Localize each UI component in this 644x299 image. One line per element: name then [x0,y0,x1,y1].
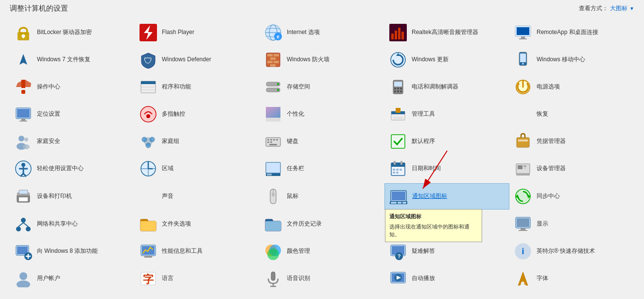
svg-rect-136 [398,202,401,204]
item-internet-options[interactable]: e Internet 选项 [260,20,384,45]
sync-center-label: 同步中心 [537,193,560,200]
bitlocker-label: BitLocker 驱动器加密 [37,29,92,36]
item-win8-add[interactable]: 向 Windows 8 添加功能 [10,239,135,264]
item-personalize[interactable]: 个性化 [260,102,384,127]
win-defender-icon: 🛡 [139,50,158,70]
item-sound[interactable]: 声音 [135,183,260,210]
svg-rect-121 [523,168,526,169]
item-family-safety[interactable]: 家庭安全 [10,129,135,154]
item-datetime[interactable]: 日期和时间 [384,156,509,181]
item-folder-options[interactable]: 文件夹选项 [135,211,260,237]
realtek-icon [388,23,408,42]
family-safety-icon [14,132,33,151]
user-accounts-label: 用户帐户 [37,275,60,282]
svg-rect-175 [271,272,275,281]
item-language[interactable]: 字 语言 [135,266,260,291]
item-win-firewall[interactable]: Windows 防火墙 [260,47,384,72]
item-phone-modem[interactable]: 电话和调制解调器 [384,74,509,100]
item-bitlocker[interactable]: BitLocker 驱动器加密 [10,20,135,45]
svg-point-48 [277,83,279,85]
taskbar-label: 任务栏 [287,165,304,173]
item-sync-center[interactable]: 同步中心 [509,183,634,210]
item-intel-storage[interactable]: i 英特尔® 快速存储技术 [509,239,634,264]
item-manage-tools[interactable]: 管理工具 [384,102,509,127]
svg-rect-116 [393,172,395,174]
item-file-history[interactable]: 文件历史记录 [260,211,384,237]
svg-rect-124 [19,197,28,201]
item-power[interactable]: 电源选项 [509,74,634,100]
item-location[interactable]: 定位设置 [10,102,135,127]
view-value[interactable]: 大图标 [610,4,627,13]
svg-rect-57 [400,90,402,92]
item-network-sharing[interactable]: 网络和共享中心 [10,211,135,237]
svg-rect-87 [273,139,275,141]
sync-center-icon [513,187,533,206]
file-history-label: 文件历史记录 [287,220,322,228]
family-safety-label: 家庭安全 [37,138,60,145]
svg-text:字: 字 [143,273,154,285]
location-label: 定位设置 [37,110,60,118]
item-devices-printers[interactable]: 设备和打印机 [10,183,135,210]
item-notification-icons[interactable]: 通知区域图标通知区域图标选择出现在通知区域中的图标和通知。 [384,183,509,210]
item-color-mgmt[interactable]: 颜色管理 [260,239,384,264]
item-troubleshoot[interactable]: ? 疑难解答 [384,239,509,264]
intel-storage-icon: i [513,242,533,261]
action-center-icon [14,77,33,97]
win-update-label: Windows 更新 [412,56,449,64]
svg-rect-153 [519,230,527,231]
svg-rect-85 [267,139,269,141]
item-speech[interactable]: 语音识别 [260,266,384,291]
svg-rect-93 [517,138,529,147]
tooltip-notification-icons: 通知区域图标选择出现在通知区域中的图标和通知。 [385,209,482,242]
item-device-manager[interactable]: 设备管理器 [509,156,634,181]
svg-rect-114 [396,169,399,171]
item-taskbar[interactable]: 任务栏 [260,156,384,181]
win-defender-label: Windows Defender [162,56,211,64]
win-firewall-label: Windows 防火墙 [287,56,330,64]
item-storage[interactable]: 存储空间 [260,74,384,100]
item-display-right[interactable]: 显示 [509,211,634,237]
item-autoplay[interactable]: 自动播放 [384,266,509,291]
item-win7-recovery[interactable]: Windows 7 文件恢复 [10,47,135,72]
item-keyboard[interactable]: 键盘 [260,129,384,154]
item-restore[interactable]: 恢复 [509,102,634,127]
item-homegroup[interactable]: 家庭组 [135,129,260,154]
item-multitouch[interactable]: 多指触控 [135,102,260,127]
mouse-label: 鼠标 [287,193,298,200]
region-icon [139,159,158,178]
svg-rect-119 [518,165,522,169]
svg-rect-61 [21,119,25,121]
item-fonts[interactable]: A 字体 [509,266,634,291]
item-mouse[interactable]: 鼠标 [260,183,384,210]
item-programs[interactable]: 程序和功能 [135,74,260,100]
item-user-accounts[interactable]: 用户帐户 [10,266,135,291]
win-mobile-icon [513,50,533,70]
item-win-update[interactable]: Windows 更新 [384,47,509,72]
item-default-apps[interactable]: 默认程序 [384,129,509,154]
item-flash-player[interactable]: Flash Player [135,20,260,45]
default-apps-label: 默认程序 [412,138,435,145]
svg-rect-108 [267,174,272,176]
color-mgmt-label: 颜色管理 [287,247,310,255]
troubleshoot-icon: ? [388,242,408,261]
datetime-icon [388,159,408,178]
svg-rect-88 [276,139,278,141]
flash-player-icon [139,23,158,42]
item-perf-info[interactable]: 性能信息和工具 [135,239,260,264]
svg-rect-60 [17,109,30,118]
item-region[interactable]: 区域 [135,156,260,181]
item-remoteapp[interactable]: RemoteApp 和桌面连接 [509,20,634,45]
item-ease-access[interactable]: 轻松使用设置中心 [10,156,135,181]
svg-rect-43 [141,81,156,84]
item-win-mobile[interactable]: Windows 移动中心 [509,47,634,72]
item-action-center[interactable]: 操作中心 [10,74,135,100]
item-realtek[interactable]: Realtek高清晰音频管理器 [384,20,509,45]
language-icon: 字 [139,269,158,288]
svg-point-76 [18,136,24,141]
win8-add-label: 向 Windows 8 添加功能 [37,247,98,255]
page-title: 调整计算机的设置 [10,4,68,13]
view-arrow[interactable]: ▼ [629,6,634,11]
win8-add-icon [14,242,33,261]
item-win-defender[interactable]: 🛡 Windows Defender [135,47,260,72]
item-credential[interactable]: 凭据管理器 [509,129,634,154]
